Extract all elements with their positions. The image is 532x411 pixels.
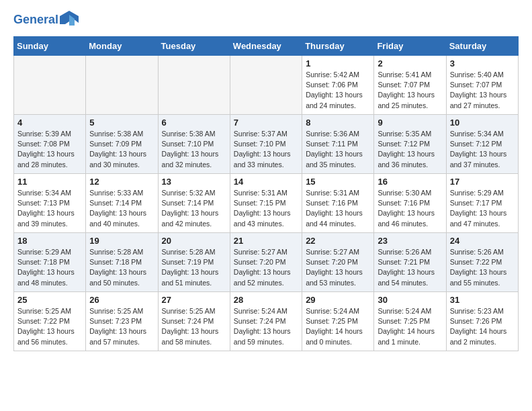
day-number: 27 — [162, 295, 226, 305]
day-info: Sunrise: 5:33 AMSunset: 7:14 PMDaylight:… — [89, 188, 154, 229]
day-info: Sunrise: 5:36 AMSunset: 7:11 PMDaylight:… — [306, 129, 370, 170]
day-number: 21 — [234, 236, 298, 246]
day-number: 4 — [17, 118, 82, 128]
day-cell: 5Sunrise: 5:38 AMSunset: 7:09 PMDaylight… — [86, 115, 158, 174]
day-info: Sunrise: 5:25 AMSunset: 7:22 PMDaylight:… — [17, 306, 82, 347]
day-cell: 12Sunrise: 5:33 AMSunset: 7:14 PMDayligh… — [86, 174, 158, 233]
day-info: Sunrise: 5:34 AMSunset: 7:12 PMDaylight:… — [450, 129, 515, 170]
day-cell — [86, 56, 158, 115]
day-info: Sunrise: 5:27 AMSunset: 7:20 PMDaylight:… — [306, 247, 370, 288]
day-number: 9 — [378, 118, 442, 128]
day-info: Sunrise: 5:25 AMSunset: 7:23 PMDaylight:… — [89, 306, 154, 347]
day-info: Sunrise: 5:39 AMSunset: 7:08 PMDaylight:… — [17, 129, 82, 170]
weekday-saturday: Saturday — [446, 37, 518, 56]
day-info: Sunrise: 5:32 AMSunset: 7:14 PMDaylight:… — [162, 188, 226, 229]
day-info: Sunrise: 5:40 AMSunset: 7:07 PMDaylight:… — [450, 70, 515, 111]
day-cell: 19Sunrise: 5:28 AMSunset: 7:18 PMDayligh… — [86, 233, 158, 292]
day-number: 25 — [17, 295, 82, 305]
day-cell: 18Sunrise: 5:29 AMSunset: 7:18 PMDayligh… — [14, 233, 86, 292]
day-info: Sunrise: 5:42 AMSunset: 7:06 PMDaylight:… — [306, 70, 370, 111]
day-info: Sunrise: 5:38 AMSunset: 7:10 PMDaylight:… — [162, 129, 226, 170]
day-cell: 30Sunrise: 5:24 AMSunset: 7:25 PMDayligh… — [374, 292, 446, 351]
day-info: Sunrise: 5:41 AMSunset: 7:07 PMDaylight:… — [378, 70, 442, 111]
day-cell: 20Sunrise: 5:28 AMSunset: 7:19 PMDayligh… — [158, 233, 230, 292]
day-number: 31 — [450, 295, 515, 305]
calendar-table: SundayMondayTuesdayWednesdayThursdayFrid… — [13, 36, 519, 351]
day-cell: 22Sunrise: 5:27 AMSunset: 7:20 PMDayligh… — [302, 233, 374, 292]
weekday-thursday: Thursday — [302, 37, 374, 56]
logo: General — [13, 11, 79, 30]
day-number: 7 — [234, 118, 298, 128]
day-number: 6 — [162, 118, 226, 128]
week-row-5: 25Sunrise: 5:25 AMSunset: 7:22 PMDayligh… — [14, 292, 519, 351]
day-cell: 3Sunrise: 5:40 AMSunset: 7:07 PMDaylight… — [446, 56, 518, 115]
day-number: 2 — [378, 58, 442, 68]
day-number: 28 — [234, 295, 298, 305]
day-cell: 9Sunrise: 5:35 AMSunset: 7:12 PMDaylight… — [374, 115, 446, 174]
week-row-1: 1Sunrise: 5:42 AMSunset: 7:06 PMDaylight… — [14, 56, 519, 115]
logo-text: General — [13, 13, 58, 27]
day-info: Sunrise: 5:31 AMSunset: 7:16 PMDaylight:… — [306, 188, 370, 229]
page: General SundayMondayTuesdayWednesdayThur… — [0, 0, 532, 362]
day-cell: 17Sunrise: 5:29 AMSunset: 7:17 PMDayligh… — [446, 174, 518, 233]
day-cell: 8Sunrise: 5:36 AMSunset: 7:11 PMDaylight… — [302, 115, 374, 174]
day-info: Sunrise: 5:28 AMSunset: 7:19 PMDaylight:… — [162, 247, 226, 288]
day-info: Sunrise: 5:31 AMSunset: 7:15 PMDaylight:… — [234, 188, 298, 229]
day-number: 29 — [306, 295, 370, 305]
day-cell: 11Sunrise: 5:34 AMSunset: 7:13 PMDayligh… — [14, 174, 86, 233]
day-info: Sunrise: 5:30 AMSunset: 7:16 PMDaylight:… — [378, 188, 442, 229]
day-number: 18 — [17, 236, 82, 246]
day-number: 3 — [450, 58, 515, 68]
day-number: 19 — [89, 236, 154, 246]
day-info: Sunrise: 5:27 AMSunset: 7:20 PMDaylight:… — [234, 247, 298, 288]
day-info: Sunrise: 5:24 AMSunset: 7:25 PMDaylight:… — [306, 306, 370, 347]
day-number: 12 — [89, 177, 154, 187]
day-cell: 1Sunrise: 5:42 AMSunset: 7:06 PMDaylight… — [302, 56, 374, 115]
day-cell — [14, 56, 86, 115]
logo-icon — [60, 11, 79, 30]
header: General — [13, 11, 519, 30]
day-cell: 14Sunrise: 5:31 AMSunset: 7:15 PMDayligh… — [230, 174, 302, 233]
day-number: 8 — [306, 118, 370, 128]
week-row-4: 18Sunrise: 5:29 AMSunset: 7:18 PMDayligh… — [14, 233, 519, 292]
day-number: 10 — [450, 118, 515, 128]
day-cell: 13Sunrise: 5:32 AMSunset: 7:14 PMDayligh… — [158, 174, 230, 233]
day-info: Sunrise: 5:38 AMSunset: 7:09 PMDaylight:… — [89, 129, 154, 170]
day-number: 24 — [450, 236, 515, 246]
day-cell: 25Sunrise: 5:25 AMSunset: 7:22 PMDayligh… — [14, 292, 86, 351]
day-info: Sunrise: 5:24 AMSunset: 7:24 PMDaylight:… — [234, 306, 298, 347]
day-info: Sunrise: 5:28 AMSunset: 7:18 PMDaylight:… — [89, 247, 154, 288]
weekday-wednesday: Wednesday — [230, 37, 302, 56]
day-number: 1 — [306, 58, 370, 68]
day-cell: 24Sunrise: 5:26 AMSunset: 7:22 PMDayligh… — [446, 233, 518, 292]
day-number: 26 — [89, 295, 154, 305]
day-cell: 26Sunrise: 5:25 AMSunset: 7:23 PMDayligh… — [86, 292, 158, 351]
day-number: 14 — [234, 177, 298, 187]
day-info: Sunrise: 5:37 AMSunset: 7:10 PMDaylight:… — [234, 129, 298, 170]
day-cell: 7Sunrise: 5:37 AMSunset: 7:10 PMDaylight… — [230, 115, 302, 174]
day-number: 5 — [89, 118, 154, 128]
weekday-friday: Friday — [374, 37, 446, 56]
weekday-monday: Monday — [86, 37, 158, 56]
day-info: Sunrise: 5:24 AMSunset: 7:25 PMDaylight:… — [378, 306, 442, 347]
weekday-sunday: Sunday — [14, 37, 86, 56]
day-cell: 2Sunrise: 5:41 AMSunset: 7:07 PMDaylight… — [374, 56, 446, 115]
day-info: Sunrise: 5:29 AMSunset: 7:18 PMDaylight:… — [17, 247, 82, 288]
day-cell: 31Sunrise: 5:23 AMSunset: 7:26 PMDayligh… — [446, 292, 518, 351]
weekday-tuesday: Tuesday — [158, 37, 230, 56]
day-cell: 23Sunrise: 5:26 AMSunset: 7:21 PMDayligh… — [374, 233, 446, 292]
day-info: Sunrise: 5:35 AMSunset: 7:12 PMDaylight:… — [378, 129, 442, 170]
day-cell — [158, 56, 230, 115]
day-cell: 16Sunrise: 5:30 AMSunset: 7:16 PMDayligh… — [374, 174, 446, 233]
day-number: 30 — [378, 295, 442, 305]
day-cell: 15Sunrise: 5:31 AMSunset: 7:16 PMDayligh… — [302, 174, 374, 233]
day-cell: 29Sunrise: 5:24 AMSunset: 7:25 PMDayligh… — [302, 292, 374, 351]
day-info: Sunrise: 5:23 AMSunset: 7:26 PMDaylight:… — [450, 306, 515, 347]
day-info: Sunrise: 5:34 AMSunset: 7:13 PMDaylight:… — [17, 188, 82, 229]
day-cell: 10Sunrise: 5:34 AMSunset: 7:12 PMDayligh… — [446, 115, 518, 174]
day-info: Sunrise: 5:26 AMSunset: 7:22 PMDaylight:… — [450, 247, 515, 288]
day-cell: 4Sunrise: 5:39 AMSunset: 7:08 PMDaylight… — [14, 115, 86, 174]
week-row-3: 11Sunrise: 5:34 AMSunset: 7:13 PMDayligh… — [14, 174, 519, 233]
day-number: 13 — [162, 177, 226, 187]
weekday-header-row: SundayMondayTuesdayWednesdayThursdayFrid… — [14, 37, 519, 56]
